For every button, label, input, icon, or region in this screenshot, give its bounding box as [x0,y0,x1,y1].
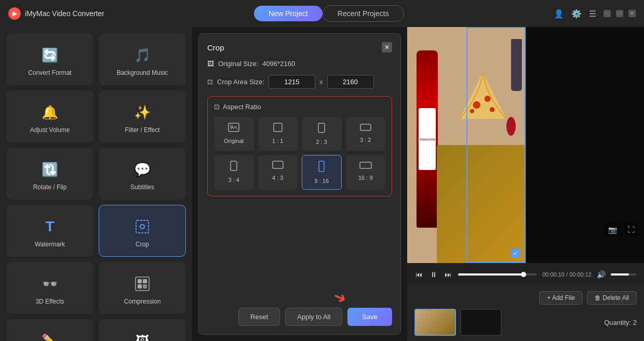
preview-action-icons: 📷 ⛶ [605,224,638,236]
coke-bottle: Coca-Cola [417,50,438,228]
ratio-3-4-label: 3 : 4 [229,177,239,183]
ratio-4-3[interactable]: 4 : 3 [258,155,298,190]
svg-marker-16 [460,72,506,119]
play-pause-button[interactable]: ⏸ [429,269,438,280]
progress-fill [458,273,524,276]
svg-point-1 [140,225,144,229]
filter-effect-icon: ✨ [131,101,153,123]
reset-button[interactable]: Reset [238,308,280,326]
svg-rect-0 [136,220,149,233]
ratio-16-9[interactable]: 16 : 9 [346,155,386,190]
sidebar-item-screenshot[interactable]: 🖼 Screenshot [99,319,186,341]
ratio-3-2-label: 3 : 2 [360,137,371,143]
sidebar-item-rotate-flip[interactable]: 🔃 Rotate / Flip [6,148,93,200]
delete-all-button[interactable]: 🗑 Delete All [587,291,637,305]
sidebar-item-compression[interactable]: Compression [99,262,186,314]
ratio-9-16[interactable]: 9 : 16 [302,155,342,190]
sidebar-item-crop[interactable]: Crop [99,205,186,257]
crop-close-button[interactable]: ✕ [382,42,392,53]
svg-rect-4 [143,279,147,283]
screenshot-icon: 🖼 [131,330,153,341]
thumbnail-1[interactable] [414,309,456,336]
original-size-value: 4096*2160 [262,60,295,68]
sidebar: 🔄 Convert Format 🎵 Background Music 🔔 Ad… [0,27,192,341]
svg-rect-9 [274,123,282,132]
aspect-ratio-section: ⊡ Aspect Ratio Original [207,96,392,196]
apply-all-button[interactable]: Apply to All [285,308,342,326]
ratio-4-3-label: 4 : 3 [272,175,283,181]
ratio-original-label: Original [224,138,244,144]
recent-projects-tab[interactable]: Recent Projects [323,5,404,22]
rotate-flip-label: Rotate / Flip [33,183,67,191]
titlebar-right: 👤 ⚙️ ☰ − □ ✕ [554,9,636,19]
sidebar-item-adjust-volume[interactable]: 🔔 Adjust Volume [6,90,93,142]
ratio-3-2-icon [360,123,371,134]
ratio-3-2[interactable]: 3 : 2 [346,117,386,151]
svg-point-8 [231,125,233,127]
aspect-ratio-icon: ⊡ [214,103,220,111]
background-music-icon: 🎵 [131,44,153,66]
filter-effect-label: Filter / Effect [125,126,159,134]
svg-point-18 [485,96,491,102]
svg-rect-15 [360,162,371,168]
svg-rect-11 [360,124,371,130]
sidebar-item-background-music[interactable]: 🎵 Background Music [99,33,186,85]
svg-rect-14 [319,161,324,172]
crop-area-icon: ⊡ [207,78,213,86]
crop-area-row: ⊡ Crop Area Size: x [207,75,392,89]
crop-height-input[interactable] [327,75,374,89]
add-file-button[interactable]: + Add File [539,291,583,305]
save-button[interactable]: Save [347,308,392,326]
menu-icon[interactable]: ☰ [589,9,596,19]
watermark-icon: T [39,216,61,238]
cola-glass [511,39,521,91]
sidebar-item-id3[interactable]: ✏️ ID3 [6,319,93,341]
skip-forward-button[interactable]: ⏭ [444,269,453,280]
subtitles-icon: 💬 [131,159,153,180]
3d-effects-icon: 👓 [39,273,61,295]
progress-bar[interactable] [458,273,537,276]
aspect-ratio-title: ⊡ Aspect Ratio [214,103,385,111]
ratio-1-1-icon [273,123,283,135]
ratio-3-4[interactable]: 3 : 4 [214,155,254,190]
time-display: 00:00:10 / 00:00:12 [542,271,592,278]
pizza-box [437,145,526,263]
settings-icon[interactable]: ⚙️ [571,9,582,19]
volume-bar[interactable] [611,273,637,276]
ratio-2-3[interactable]: 2 : 3 [302,117,342,151]
sidebar-item-subtitles[interactable]: 💬 Subtitles [99,148,186,200]
sidebar-item-3d-effects[interactable]: 👓 3D Effects [6,262,93,314]
svg-point-19 [490,107,495,112]
thumbnail-strip: + Add File 🗑 Delete All Quantity: 2 [407,286,644,341]
crop-width-input[interactable] [269,75,315,89]
svg-rect-5 [138,284,142,288]
screenshot-preview-button[interactable]: 📷 [605,224,620,236]
titlebar: ▶ iMyMac Video Converter New Project Rec… [0,0,644,27]
watermark-label: Watermark [35,241,65,248]
sidebar-item-convert-format[interactable]: 🔄 Convert Format [6,33,93,85]
sidebar-item-filter-effect[interactable]: ✨ Filter / Effect [99,90,186,142]
thumbnail-2-image [461,310,501,335]
thumbnails-row: Quantity: 2 [414,309,637,336]
maximize-button[interactable]: □ [616,10,623,17]
app-logo: ▶ [8,7,21,20]
expand-preview-button[interactable]: ⛶ [624,224,638,236]
thumbnail-actions: + Add File 🗑 Delete All [414,291,637,305]
sidebar-item-watermark[interactable]: T Watermark [6,205,93,257]
ratio-1-1[interactable]: 1 : 1 [258,117,298,151]
thumbnail-2[interactable] [460,309,502,336]
red-item [506,117,516,136]
minimize-button[interactable]: − [603,10,611,17]
skip-back-button[interactable]: ⏮ [414,269,424,280]
close-button[interactable]: ✕ [628,10,636,17]
3d-effects-label: 3D Effects [35,298,64,305]
new-project-tab[interactable]: New Project [254,6,322,21]
ratio-original[interactable]: Original [214,117,254,151]
id3-icon: ✏️ [39,330,61,341]
account-icon[interactable]: 👤 [554,9,564,19]
convert-format-icon: 🔄 [39,44,61,66]
ratio-4-3-icon [272,161,284,172]
video-controls: ⏮ ⏸ ⏭ 00:00:10 / 00:00:12 🔊 [407,263,644,286]
crop-label: Crop [136,241,149,248]
crop-original-size-row: 🖼 Original Size: 4096*2160 [207,60,392,68]
